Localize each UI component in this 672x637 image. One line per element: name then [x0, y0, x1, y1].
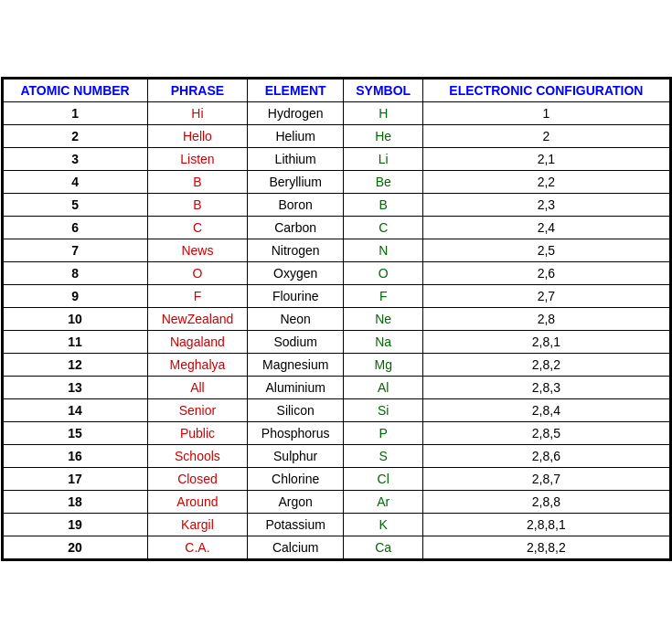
cell-phrase: Listen	[147, 147, 248, 170]
cell-config: 2,8	[423, 307, 669, 330]
cell-phrase: Kargil	[147, 513, 248, 536]
cell-element: Sulphur	[248, 444, 344, 467]
cell-config: 2,8,6	[423, 444, 669, 467]
cell-symbol: N	[344, 239, 423, 261]
cell-element: Lithium	[248, 147, 344, 170]
cell-config: 1	[423, 101, 669, 124]
cell-element: Phosphorus	[248, 421, 344, 444]
cell-element: Argon	[248, 490, 344, 513]
cell-element: Aluminium	[248, 376, 344, 398]
cell-atomic-number: 18	[3, 490, 147, 513]
cell-atomic-number: 19	[3, 513, 147, 536]
cell-element: Beryllium	[248, 170, 344, 193]
table-row: 11NagalandSodiumNa2,8,1	[3, 330, 669, 353]
cell-element: Sodium	[248, 330, 344, 353]
table-row: 1HiHydrogenH1	[3, 101, 669, 124]
table-row: 8OOxygenO2,6	[3, 261, 669, 284]
cell-atomic-number: 10	[3, 307, 147, 330]
cell-symbol: Be	[344, 170, 423, 193]
cell-phrase: Nagaland	[147, 330, 248, 353]
cell-symbol: Si	[344, 398, 423, 421]
table-row: 5BBoronB2,3	[3, 193, 669, 216]
table-row: 14SeniorSiliconSi2,8,4	[3, 398, 669, 421]
cell-atomic-number: 11	[3, 330, 147, 353]
cell-atomic-number: 9	[3, 284, 147, 307]
cell-element: Oxygen	[248, 261, 344, 284]
cell-config: 2,3	[423, 193, 669, 216]
cell-atomic-number: 12	[3, 353, 147, 376]
cell-element: Hydrogen	[248, 101, 344, 124]
cell-atomic-number: 1	[3, 101, 147, 124]
cell-symbol: Mg	[344, 353, 423, 376]
cell-phrase: Hi	[147, 101, 248, 124]
table-row: 6CCarbonC2,4	[3, 216, 669, 239]
cell-config: 2,2	[423, 170, 669, 193]
cell-element: Carbon	[248, 216, 344, 239]
cell-atomic-number: 7	[3, 239, 147, 261]
cell-atomic-number: 15	[3, 421, 147, 444]
cell-phrase: O	[147, 261, 248, 284]
table-row: 9FFlourineF2,7	[3, 284, 669, 307]
cell-atomic-number: 14	[3, 398, 147, 421]
header-row: ATOMIC NUMBER PHRASE ELEMENT SYMBOL ELEC…	[3, 79, 669, 101]
cell-phrase: Hello	[147, 124, 248, 147]
cell-config: 2,8,8,1	[423, 513, 669, 536]
cell-symbol: F	[344, 284, 423, 307]
cell-symbol: H	[344, 101, 423, 124]
cell-symbol: C	[344, 216, 423, 239]
cell-phrase: Closed	[147, 467, 248, 490]
table-row: 17ClosedChlorineCl2,8,7	[3, 467, 669, 490]
cell-symbol: Li	[344, 147, 423, 170]
cell-phrase: Senior	[147, 398, 248, 421]
table-row: 16SchoolsSulphurS2,8,6	[3, 444, 669, 467]
cell-phrase: News	[147, 239, 248, 261]
cell-phrase: C	[147, 216, 248, 239]
header-atomic-number: ATOMIC NUMBER	[3, 79, 147, 101]
cell-phrase: Public	[147, 421, 248, 444]
cell-symbol: K	[344, 513, 423, 536]
cell-symbol: O	[344, 261, 423, 284]
cell-atomic-number: 16	[3, 444, 147, 467]
cell-symbol: He	[344, 124, 423, 147]
cell-phrase: Meghalya	[147, 353, 248, 376]
cell-config: 2,8,5	[423, 421, 669, 444]
cell-phrase: C.A.	[147, 536, 248, 558]
cell-phrase: NewZealand	[147, 307, 248, 330]
cell-atomic-number: 6	[3, 216, 147, 239]
cell-config: 2,8,1	[423, 330, 669, 353]
cell-atomic-number: 17	[3, 467, 147, 490]
table-row: 12MeghalyaMagnesiumMg2,8,2	[3, 353, 669, 376]
cell-atomic-number: 4	[3, 170, 147, 193]
cell-phrase: Around	[147, 490, 248, 513]
cell-phrase: B	[147, 170, 248, 193]
table-row: 4BBerylliumBe2,2	[3, 170, 669, 193]
periodic-table-container: ATOMIC NUMBER PHRASE ELEMENT SYMBOL ELEC…	[1, 77, 672, 561]
table-row: 15PublicPhosphorusP2,8,5	[3, 421, 669, 444]
cell-phrase: F	[147, 284, 248, 307]
cell-config: 2,6	[423, 261, 669, 284]
cell-atomic-number: 2	[3, 124, 147, 147]
cell-config: 2,8,7	[423, 467, 669, 490]
cell-symbol: Cl	[344, 467, 423, 490]
table-row: 13AllAluminiumAl2,8,3	[3, 376, 669, 398]
cell-atomic-number: 3	[3, 147, 147, 170]
cell-atomic-number: 20	[3, 536, 147, 558]
table-row: 3ListenLithiumLi2,1	[3, 147, 669, 170]
cell-element: Chlorine	[248, 467, 344, 490]
table-body: 1HiHydrogenH12HelloHeliumHe23ListenLithi…	[3, 101, 669, 558]
cell-symbol: Na	[344, 330, 423, 353]
table-row: 19KargilPotassiumK2,8,8,1	[3, 513, 669, 536]
table-row: 20C.A.CalciumCa2,8,8,2	[3, 536, 669, 558]
cell-config: 2,8,4	[423, 398, 669, 421]
cell-element: Helium	[248, 124, 344, 147]
header-electronic-configuration: ELECTRONIC CONFIGURATION	[423, 79, 669, 101]
cell-config: 2,7	[423, 284, 669, 307]
periodic-table: ATOMIC NUMBER PHRASE ELEMENT SYMBOL ELEC…	[3, 79, 670, 559]
cell-symbol: Al	[344, 376, 423, 398]
cell-config: 2,8,8	[423, 490, 669, 513]
cell-element: Magnesium	[248, 353, 344, 376]
cell-element: Flourine	[248, 284, 344, 307]
cell-config: 2,8,2	[423, 353, 669, 376]
table-row: 10NewZealandNeonNe2,8	[3, 307, 669, 330]
cell-symbol: Ca	[344, 536, 423, 558]
